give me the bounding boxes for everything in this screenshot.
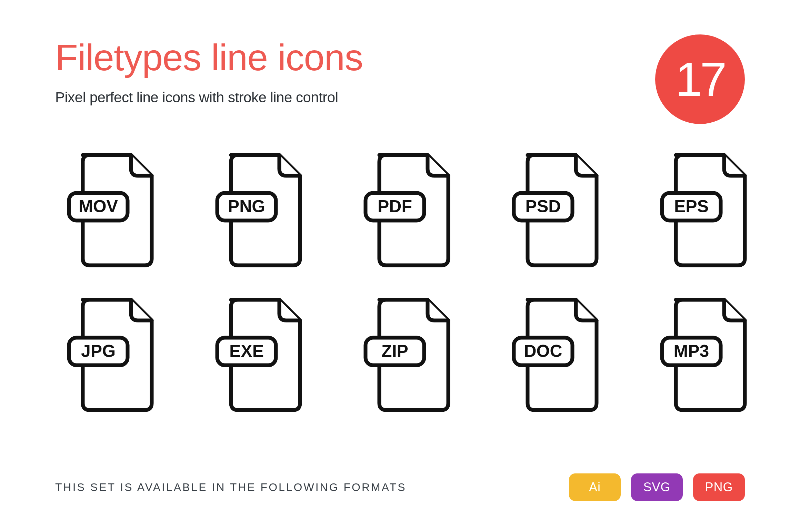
count-badge: 17 — [655, 34, 745, 124]
file-icon-psd: PSD — [507, 152, 603, 269]
file-icon-label: EXE — [229, 341, 264, 361]
file-icon-label: PDF — [378, 197, 412, 216]
file-icon-doc: DOC — [507, 296, 603, 413]
format-badge-png: PNG — [693, 473, 745, 501]
format-badge-label: Ai — [589, 480, 601, 494]
format-badge-svg: SVG — [631, 473, 683, 501]
file-icon-pdf: PDF — [359, 152, 455, 269]
header: Filetypes line icons Pixel perfect line … — [55, 38, 745, 124]
count-value: 17 — [675, 55, 725, 103]
file-icon-label: EPS — [674, 197, 709, 216]
file-icon-eps: EPS — [655, 152, 752, 269]
file-icon-mov: MOV — [62, 152, 159, 269]
title-block: Filetypes line icons Pixel perfect line … — [55, 38, 655, 106]
format-badge-label: PNG — [705, 480, 733, 494]
file-icon-zip: ZIP — [359, 296, 455, 413]
footer: THIS SET IS AVAILABLE IN THE FOLLOWING F… — [55, 473, 745, 501]
file-icon-label: MOV — [79, 197, 118, 216]
file-icon-exe: EXE — [210, 296, 307, 413]
format-badge-label: SVG — [643, 480, 670, 494]
file-icon-label: PNG — [228, 197, 265, 216]
format-badges: AiSVGPNG — [569, 473, 745, 501]
page-title: Filetypes line icons — [55, 38, 655, 77]
file-icon-label: DOC — [524, 341, 562, 361]
page-subtitle: Pixel perfect line icons with stroke lin… — [55, 89, 655, 106]
file-icon-label: MP3 — [674, 341, 709, 361]
file-icon-png: PNG — [210, 152, 307, 269]
file-icon-label: JPG — [81, 341, 116, 361]
file-icon-label: ZIP — [381, 341, 408, 361]
file-icon-jpg: JPG — [62, 296, 159, 413]
icon-grid: MOV PNG PDF PSD EPS JPG EXE — [55, 152, 745, 413]
footer-text: THIS SET IS AVAILABLE IN THE FOLLOWING F… — [55, 481, 407, 494]
file-icon-label: PSD — [526, 197, 561, 216]
format-badge-ai: Ai — [569, 473, 621, 501]
file-icon-mp3: MP3 — [655, 296, 752, 413]
page-root: Filetypes line icons Pixel perfect line … — [0, 0, 800, 532]
